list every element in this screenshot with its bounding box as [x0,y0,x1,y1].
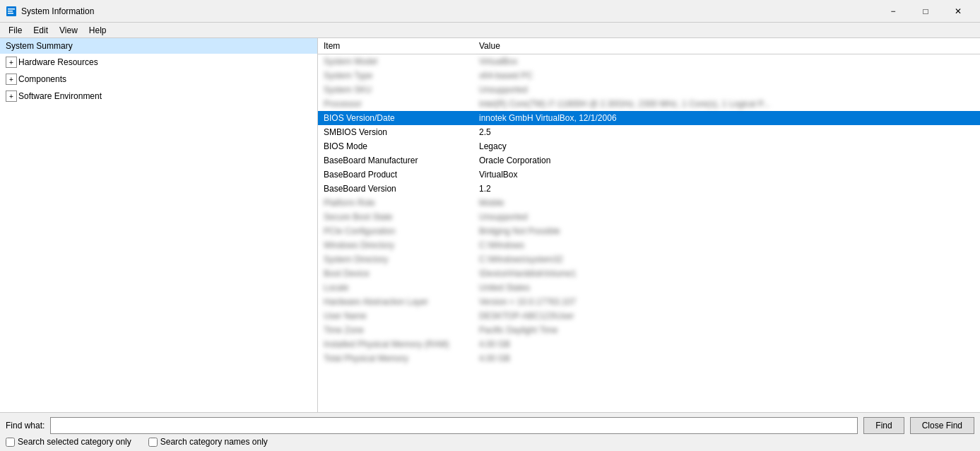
table-row[interactable]: Boot Device\Device\HarddiskVolume1 [318,266,980,281]
table-row[interactable]: Platform RoleMobile [318,196,980,210]
table-cell-item: User Name [318,309,473,323]
table-row[interactable]: Total Physical Memory4.00 GB [318,351,980,365]
table-container[interactable]: Item Value System ModelVirtualBoxSystem … [318,38,980,412]
menu-view[interactable]: View [54,24,83,37]
table-cell-item: BaseBoard Version [318,182,473,196]
table-cell-item: Boot Device [318,266,473,281]
table-cell-value: \Device\HarddiskVolume1 [473,266,980,281]
table-cell-item: Time Zone [318,323,473,337]
close-button[interactable]: ✕ [942,0,974,23]
find-row: Find what: Find Close Find [6,417,974,434]
checkbox-category-names-label: Search category names only [160,437,268,447]
table-row[interactable]: SMBIOS Version2.5 [318,125,980,139]
table-cell-value: 2.5 [473,125,980,139]
svg-rect-1 [8,8,15,10]
left-panel: System Summary + Hardware Resources + Co… [0,38,318,412]
table-cell-value: Legacy [473,139,980,153]
svg-rect-2 [8,11,13,12]
table-cell-value: VirtualBox [473,168,980,182]
table-cell-item: System SKU [318,83,473,97]
table-cell-item: BaseBoard Manufacturer [318,153,473,168]
col-header-item: Item [318,38,473,54]
table-row[interactable]: Windows DirectoryC:\Windows [318,238,980,252]
table-cell-value: Unsupported [473,210,980,224]
sidebar-item-hardware-resources[interactable]: + Hardware Resources [0,54,317,71]
table-row[interactable]: System SKUUnsupported [318,83,980,97]
table-row[interactable]: Time ZonePacific Daylight Time [318,323,980,337]
menu-file[interactable]: File [3,24,28,37]
sidebar-item-system-summary-label: System Summary [6,41,73,51]
table-row[interactable]: BaseBoard ProductVirtualBox [318,168,980,182]
find-button[interactable]: Find [863,417,904,434]
svg-rect-3 [8,13,13,14]
minimize-button[interactable]: − [877,0,909,23]
table-cell-value: C:\Windows [473,238,980,252]
table-row[interactable]: BaseBoard ManufacturerOracle Corporation [318,153,980,168]
table-row[interactable]: BIOS ModeLegacy [318,139,980,153]
table-cell-value: Mobile [473,196,980,210]
table-cell-value: x64-based PC [473,69,980,83]
table-row[interactable]: PCIe ConfigurationBridging Not Possible [318,224,980,238]
table-cell-value: C:\Windows\system32 [473,252,980,266]
table-cell-item: Locale [318,281,473,295]
table-cell-value: DESKTOP-ABC123\User [473,309,980,323]
table-cell-item: SMBIOS Version [318,125,473,139]
table-cell-value: Unsupported [473,83,980,97]
sidebar-item-components[interactable]: + Components [0,71,317,88]
sidebar-item-hardware-resources-label: Hardware Resources [18,57,98,67]
table-row[interactable]: LocaleUnited States [318,281,980,295]
maximize-button[interactable]: □ [909,0,942,23]
app-icon [6,6,17,17]
menu-bar: File Edit View Help [0,23,980,38]
main-content: System Summary + Hardware Resources + Co… [0,38,980,412]
find-input[interactable] [50,417,858,434]
table-cell-item: BIOS Version/Date [318,111,473,125]
bottom-bar: Find what: Find Close Find Search select… [0,412,980,451]
table-row[interactable]: BaseBoard Version1.2 [318,182,980,196]
table-row[interactable]: ProcessorIntel(R) Core(TM) i7-11800H @ 2… [318,97,980,111]
table-cell-value: United States [473,281,980,295]
table-row[interactable]: System Typex64-based PC [318,69,980,83]
right-panel: Item Value System ModelVirtualBoxSystem … [318,38,980,412]
table-row[interactable]: Hardware Abstraction LayerVersion = 10.0… [318,295,980,309]
table-row[interactable]: BIOS Version/Dateinnotek GmbH VirtualBox… [318,111,980,125]
table-row[interactable]: System ModelVirtualBox [318,54,980,69]
sidebar-item-components-label: Components [18,74,66,84]
table-cell-value: Version = 10.0.17763.107 [473,295,980,309]
checkbox-selected-category-label: Search selected category only [18,437,131,447]
table-cell-item: Secure Boot State [318,210,473,224]
table-cell-value: innotek GmbH VirtualBox, 12/1/2006 [473,111,980,125]
expander-software-environment[interactable]: + [6,90,17,102]
table-cell-value: Oracle Corporation [473,153,980,168]
checkbox-selected-category[interactable]: Search selected category only [6,437,131,447]
menu-edit[interactable]: Edit [28,24,54,37]
system-info-table: Item Value System ModelVirtualBoxSystem … [318,38,980,365]
table-row[interactable]: Installed Physical Memory (RAM)4.00 GB [318,337,980,351]
table-cell-value: Pacific Daylight Time [473,323,980,337]
checkbox-category-names[interactable]: Search category names only [148,437,268,447]
table-cell-item: Processor [318,97,473,111]
table-cell-item: Platform Role [318,196,473,210]
table-cell-item: System Type [318,69,473,83]
table-cell-item: BIOS Mode [318,139,473,153]
table-cell-value: VirtualBox [473,54,980,69]
checkbox-selected-category-input[interactable] [6,438,15,447]
checkbox-category-names-input[interactable] [148,438,158,447]
title-bar: System Information − □ ✕ [0,0,980,23]
table-row[interactable]: System DirectoryC:\Windows\system32 [318,252,980,266]
table-cell-value: Intel(R) Core(TM) i7-11800H @ 2.30GHz, 2… [473,97,980,111]
table-row[interactable]: User NameDESKTOP-ABC123\User [318,309,980,323]
sidebar-item-system-summary[interactable]: System Summary [0,38,317,54]
table-cell-item: System Model [318,54,473,69]
table-cell-item: Installed Physical Memory (RAM) [318,337,473,351]
close-find-button[interactable]: Close Find [910,417,974,434]
menu-help[interactable]: Help [83,24,112,37]
table-cell-item: BaseBoard Product [318,168,473,182]
table-cell-item: PCIe Configuration [318,224,473,238]
table-cell-item: Hardware Abstraction Layer [318,295,473,309]
expander-components[interactable]: + [6,74,17,85]
expander-hardware-resources[interactable]: + [6,57,17,68]
sidebar-item-software-environment[interactable]: + Software Environment [0,88,317,105]
table-row[interactable]: Secure Boot StateUnsupported [318,210,980,224]
checkbox-row: Search selected category only Search cat… [6,437,974,447]
